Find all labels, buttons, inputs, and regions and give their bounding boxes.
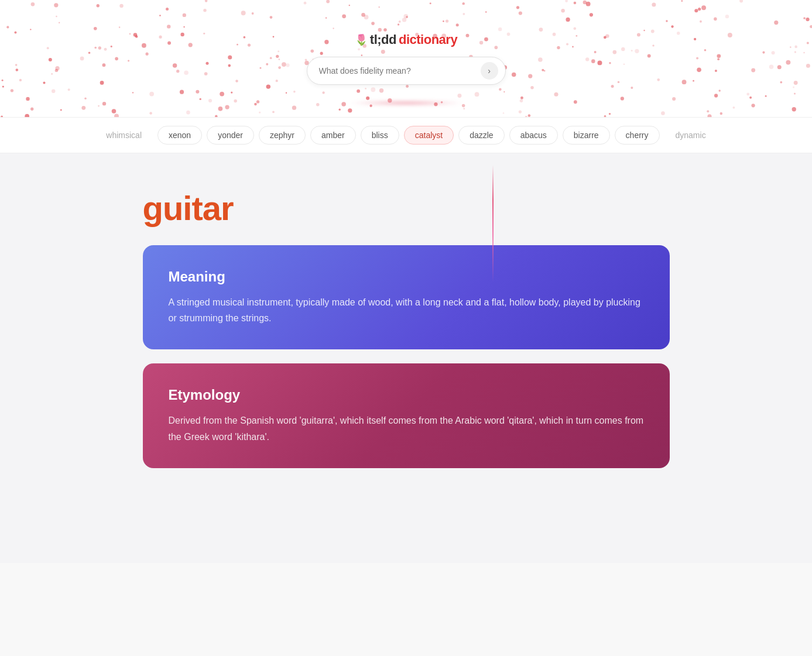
tag-pill-dazzle[interactable]: dazzle bbox=[458, 126, 504, 145]
tag-pill-cherry[interactable]: cherry bbox=[615, 126, 660, 145]
etymology-heading: Etymology bbox=[169, 387, 644, 403]
tag-pill-abacus[interactable]: abacus bbox=[509, 126, 558, 145]
accent-line-container bbox=[492, 165, 494, 282]
meaning-card: Meaning A stringed musical instrument, t… bbox=[143, 245, 670, 349]
main-content: guitar Meaning A stringed musical instru… bbox=[0, 153, 812, 563]
tag-pill-dynamic[interactable]: dynamic bbox=[664, 126, 717, 145]
logo-icon: 🌷 bbox=[355, 33, 368, 46]
word-section: guitar Meaning A stringed musical instru… bbox=[143, 188, 670, 482]
tag-pill-yonder[interactable]: yonder bbox=[207, 126, 254, 145]
logo: 🌷 tl;dd dictionary bbox=[355, 32, 457, 47]
tag-pill-bizarre[interactable]: bizarre bbox=[563, 126, 610, 145]
search-button[interactable]: › bbox=[481, 62, 498, 80]
etymology-text: Derived from the Spanish word 'guitarra'… bbox=[169, 413, 644, 444]
search-input[interactable] bbox=[319, 66, 481, 75]
etymology-card: Etymology Derived from the Spanish word … bbox=[143, 363, 670, 468]
search-icon: › bbox=[488, 66, 491, 75]
word-title: guitar bbox=[143, 188, 670, 228]
tag-bar: whimsicalxenonyonderzephyramberblisscata… bbox=[0, 117, 812, 153]
meaning-heading: Meaning bbox=[169, 269, 644, 285]
logo-text-bold: tl;dd bbox=[370, 32, 396, 47]
meaning-text: A stringed musical instrument, typically… bbox=[169, 294, 644, 326]
tag-pill-xenon[interactable]: xenon bbox=[157, 126, 202, 145]
search-glow bbox=[348, 101, 465, 105]
logo-text-colored: dictionary bbox=[399, 32, 457, 47]
tag-pill-zephyr[interactable]: zephyr bbox=[259, 126, 306, 145]
header: 🌷 tl;dd dictionary › bbox=[0, 0, 812, 117]
tag-pill-amber[interactable]: amber bbox=[310, 126, 356, 145]
tag-pill-catalyst[interactable]: catalyst bbox=[404, 126, 454, 145]
tag-pill-bliss[interactable]: bliss bbox=[361, 126, 399, 145]
accent-line bbox=[492, 165, 494, 282]
search-bar[interactable]: › bbox=[307, 57, 506, 85]
tag-pill-whimsical[interactable]: whimsical bbox=[95, 126, 153, 145]
